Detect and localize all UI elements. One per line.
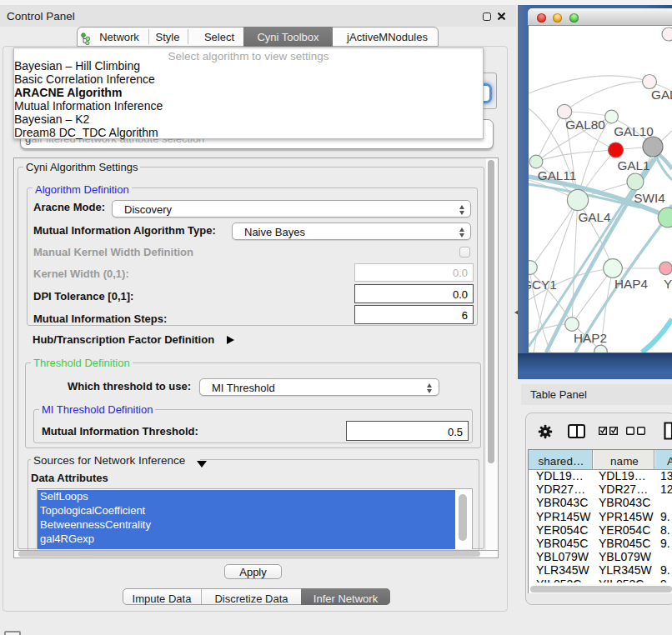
- svg-text:GAL11: GAL11: [538, 168, 577, 182]
- svg-text:GCY1: GCY1: [529, 278, 557, 292]
- svg-text:HAP2: HAP2: [574, 331, 607, 345]
- svg-text:Y: Y: [664, 277, 672, 291]
- svg-text:GAL7: GAL7: [651, 88, 672, 102]
- svg-text:GAL80: GAL80: [565, 118, 605, 132]
- svg-text:HAP4: HAP4: [614, 277, 648, 291]
- svg-text:SWI4: SWI4: [634, 191, 665, 205]
- svg-text:GAL1: GAL1: [617, 158, 649, 172]
- svg-text:GAL10: GAL10: [614, 124, 654, 138]
- svg-text:GAL4: GAL4: [578, 210, 611, 224]
